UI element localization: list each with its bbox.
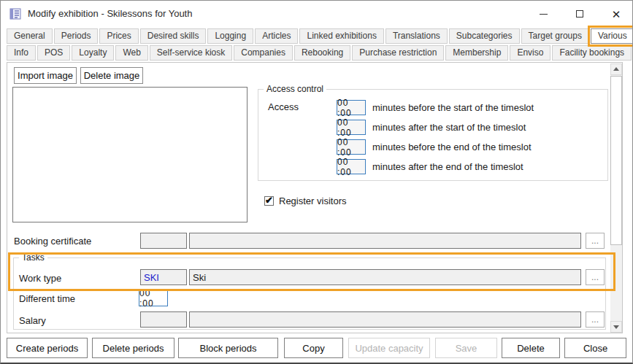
tab-target-groups[interactable]: Target groups bbox=[521, 28, 589, 44]
access-minutes-field-0[interactable]: 00 :00 bbox=[337, 100, 366, 115]
tab-translations[interactable]: Translations bbox=[385, 28, 448, 44]
tab-info[interactable]: Info bbox=[7, 45, 36, 61]
different-time-label: Different time bbox=[19, 293, 75, 304]
tab-general[interactable]: General bbox=[7, 28, 53, 44]
minimize-icon bbox=[540, 14, 548, 15]
tab-membership[interactable]: Membership bbox=[445, 45, 508, 61]
register-visitors-label: Register visitors bbox=[279, 195, 346, 206]
work-type-label: Work type bbox=[19, 273, 61, 284]
access-row-2: 00 :00minutes before the end of the time… bbox=[337, 139, 532, 155]
salary-label: Salary bbox=[19, 315, 46, 326]
minimize-button[interactable] bbox=[532, 5, 554, 23]
close-icon: ✕ bbox=[612, 9, 621, 20]
close-button[interactable]: ✕ bbox=[605, 5, 627, 23]
tab-logging[interactable]: Logging bbox=[207, 28, 253, 44]
close-button[interactable]: Close bbox=[564, 338, 626, 358]
create-periods-button[interactable]: Create periods bbox=[7, 338, 88, 358]
tab-companies[interactable]: Companies bbox=[234, 45, 293, 61]
tab-pos[interactable]: POS bbox=[37, 45, 70, 61]
tab-various[interactable]: Various bbox=[591, 28, 633, 44]
salary-browse-button[interactable]: ... bbox=[586, 311, 605, 328]
access-minutes-field-1[interactable]: 00 :00 bbox=[337, 120, 366, 135]
tab-desired-skills[interactable]: Desired skills bbox=[140, 28, 207, 44]
access-row-text-0: minutes before the start of the timeslot bbox=[372, 102, 534, 113]
booking-certificate-code-field[interactable] bbox=[140, 233, 187, 249]
salary-code-field[interactable] bbox=[140, 311, 187, 328]
booking-certificate-label: Booking certificate bbox=[14, 236, 91, 247]
save-button: Save bbox=[435, 338, 497, 358]
scroll-down-button[interactable] bbox=[610, 321, 622, 333]
maximize-icon bbox=[576, 10, 583, 18]
tab-rebooking[interactable]: Rebooking bbox=[294, 45, 350, 61]
access-row-0: 00 :00minutes before the start of the ti… bbox=[337, 100, 534, 115]
tab-web[interactable]: Web bbox=[115, 45, 147, 61]
copy-button[interactable]: Copy bbox=[284, 338, 343, 358]
tab-articles[interactable]: Articles bbox=[255, 28, 298, 44]
delete-button[interactable]: Delete bbox=[502, 338, 560, 358]
tab-row-2: InfoPOSLoyaltyWebSelf-service kioskCompa… bbox=[7, 45, 633, 61]
delete-periods-button[interactable]: Delete periods bbox=[92, 338, 174, 358]
tab-facility-bookings[interactable]: Facility bookings bbox=[552, 45, 632, 61]
access-row-1: 00 :00minutes after the start of the tim… bbox=[337, 120, 526, 135]
scrollbar-thumb[interactable] bbox=[610, 76, 622, 245]
register-visitors-checkbox[interactable]: ✔ bbox=[264, 196, 274, 206]
access-row-text-3: minutes after the end of the timeslot bbox=[372, 161, 523, 172]
tab-subcategories[interactable]: Subcategories bbox=[449, 28, 520, 44]
delete-image-button[interactable]: Delete image bbox=[80, 67, 143, 84]
access-row-text-2: minutes before the end of the timeslot bbox=[372, 142, 532, 152]
document-icon bbox=[9, 8, 21, 20]
tab-enviso[interactable]: Enviso bbox=[510, 45, 550, 61]
import-image-button[interactable]: Import image bbox=[14, 67, 77, 84]
update-capacity-button: Update capacity bbox=[348, 338, 430, 358]
maximize-button[interactable] bbox=[569, 5, 591, 23]
arrow-up-icon bbox=[613, 67, 619, 71]
tab-page-content: Import image Delete image Access control… bbox=[7, 62, 623, 333]
access-row-3: 00 :00minutes after the end of the times… bbox=[337, 159, 523, 174]
titlebar: Modify exhibition - Skilessons for Youth… bbox=[1, 1, 632, 28]
dialog-window: Modify exhibition - Skilessons for Youth… bbox=[0, 0, 633, 364]
work-type-browse-button[interactable]: ... bbox=[586, 269, 605, 285]
different-time-field[interactable]: 00 :00 bbox=[139, 290, 168, 306]
image-preview-box bbox=[12, 87, 248, 222]
checkmark-icon: ✔ bbox=[265, 195, 273, 206]
access-label: Access bbox=[268, 101, 299, 112]
tab-row-1: GeneralPeriodsPricesDesired skillsLoggin… bbox=[7, 28, 633, 44]
access-row-text-1: minutes after the start of the timeslot bbox=[372, 122, 526, 133]
block-periods-button[interactable]: Block periods bbox=[178, 338, 278, 358]
vertical-scrollbar[interactable] bbox=[610, 63, 622, 333]
tab-loyalty[interactable]: Loyalty bbox=[72, 45, 114, 61]
tab-periods[interactable]: Periods bbox=[54, 28, 99, 44]
arrow-down-icon bbox=[613, 325, 619, 329]
work-type-code-field[interactable]: SKI bbox=[140, 269, 187, 285]
scroll-up-button[interactable] bbox=[610, 63, 622, 75]
tab-purchase-restriction[interactable]: Purchase restriction bbox=[352, 45, 444, 61]
tasks-group-title: Tasks bbox=[19, 252, 47, 263]
access-minutes-field-3[interactable]: 00 :00 bbox=[337, 159, 366, 174]
access-control-group: Access control Access 00 :00minutes befo… bbox=[258, 89, 608, 181]
tab-self-service-kiosk[interactable]: Self-service kiosk bbox=[150, 45, 232, 61]
work-type-description-field[interactable]: Ski bbox=[189, 269, 581, 285]
tab-prices[interactable]: Prices bbox=[99, 28, 138, 44]
booking-certificate-description-field[interactable] bbox=[189, 233, 581, 249]
salary-description-field[interactable] bbox=[189, 311, 581, 328]
booking-certificate-browse-button[interactable]: ... bbox=[586, 233, 605, 249]
tab-linked-exhibitions[interactable]: Linked exhibitions bbox=[299, 28, 383, 44]
register-visitors-row: ✔ Register visitors bbox=[264, 195, 346, 206]
access-minutes-field-2[interactable]: 00 :00 bbox=[337, 139, 366, 155]
window-title: Modify exhibition - Skilessons for Youth bbox=[28, 8, 192, 19]
access-control-group-title: Access control bbox=[264, 84, 326, 94]
